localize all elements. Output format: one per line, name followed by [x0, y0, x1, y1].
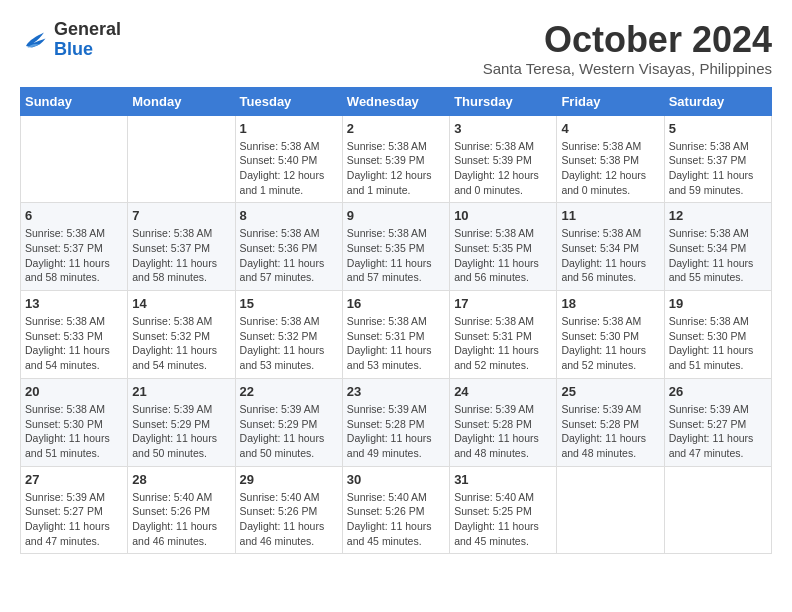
calendar-week-row: 20Sunrise: 5:38 AM Sunset: 5:30 PM Dayli… — [21, 378, 772, 466]
calendar-day-cell: 29Sunrise: 5:40 AM Sunset: 5:26 PM Dayli… — [235, 466, 342, 554]
day-number: 15 — [240, 296, 338, 311]
day-info: Sunrise: 5:38 AM Sunset: 5:30 PM Dayligh… — [561, 314, 659, 373]
day-number: 12 — [669, 208, 767, 223]
day-number: 6 — [25, 208, 123, 223]
day-info: Sunrise: 5:38 AM Sunset: 5:38 PM Dayligh… — [561, 139, 659, 198]
calendar-day-cell: 7Sunrise: 5:38 AM Sunset: 5:37 PM Daylig… — [128, 203, 235, 291]
calendar-day-cell: 3Sunrise: 5:38 AM Sunset: 5:39 PM Daylig… — [450, 115, 557, 203]
day-info: Sunrise: 5:39 AM Sunset: 5:28 PM Dayligh… — [561, 402, 659, 461]
day-info: Sunrise: 5:39 AM Sunset: 5:28 PM Dayligh… — [347, 402, 445, 461]
day-number: 10 — [454, 208, 552, 223]
calendar-day-cell: 26Sunrise: 5:39 AM Sunset: 5:27 PM Dayli… — [664, 378, 771, 466]
day-number: 23 — [347, 384, 445, 399]
day-info: Sunrise: 5:40 AM Sunset: 5:25 PM Dayligh… — [454, 490, 552, 549]
logo-bird-icon — [20, 25, 50, 55]
calendar-day-cell: 24Sunrise: 5:39 AM Sunset: 5:28 PM Dayli… — [450, 378, 557, 466]
calendar-header-row: SundayMondayTuesdayWednesdayThursdayFrid… — [21, 87, 772, 115]
day-info: Sunrise: 5:38 AM Sunset: 5:33 PM Dayligh… — [25, 314, 123, 373]
day-info: Sunrise: 5:38 AM Sunset: 5:31 PM Dayligh… — [454, 314, 552, 373]
calendar-day-cell: 19Sunrise: 5:38 AM Sunset: 5:30 PM Dayli… — [664, 291, 771, 379]
location-subtitle: Santa Teresa, Western Visayas, Philippin… — [483, 60, 772, 77]
day-info: Sunrise: 5:39 AM Sunset: 5:29 PM Dayligh… — [240, 402, 338, 461]
day-info: Sunrise: 5:38 AM Sunset: 5:39 PM Dayligh… — [347, 139, 445, 198]
day-info: Sunrise: 5:40 AM Sunset: 5:26 PM Dayligh… — [347, 490, 445, 549]
calendar-day-cell: 20Sunrise: 5:38 AM Sunset: 5:30 PM Dayli… — [21, 378, 128, 466]
day-number: 2 — [347, 121, 445, 136]
calendar-day-cell: 28Sunrise: 5:40 AM Sunset: 5:26 PM Dayli… — [128, 466, 235, 554]
day-info: Sunrise: 5:38 AM Sunset: 5:39 PM Dayligh… — [454, 139, 552, 198]
day-info: Sunrise: 5:39 AM Sunset: 5:29 PM Dayligh… — [132, 402, 230, 461]
calendar-day-cell: 25Sunrise: 5:39 AM Sunset: 5:28 PM Dayli… — [557, 378, 664, 466]
day-number: 3 — [454, 121, 552, 136]
calendar-day-cell: 12Sunrise: 5:38 AM Sunset: 5:34 PM Dayli… — [664, 203, 771, 291]
calendar-col-header: Tuesday — [235, 87, 342, 115]
day-info: Sunrise: 5:38 AM Sunset: 5:34 PM Dayligh… — [561, 226, 659, 285]
day-number: 1 — [240, 121, 338, 136]
calendar-day-cell — [21, 115, 128, 203]
day-number: 16 — [347, 296, 445, 311]
day-info: Sunrise: 5:38 AM Sunset: 5:37 PM Dayligh… — [132, 226, 230, 285]
day-info: Sunrise: 5:38 AM Sunset: 5:30 PM Dayligh… — [25, 402, 123, 461]
calendar-day-cell: 22Sunrise: 5:39 AM Sunset: 5:29 PM Dayli… — [235, 378, 342, 466]
calendar-day-cell — [128, 115, 235, 203]
day-info: Sunrise: 5:38 AM Sunset: 5:34 PM Dayligh… — [669, 226, 767, 285]
calendar-day-cell: 27Sunrise: 5:39 AM Sunset: 5:27 PM Dayli… — [21, 466, 128, 554]
day-number: 13 — [25, 296, 123, 311]
day-number: 14 — [132, 296, 230, 311]
day-info: Sunrise: 5:39 AM Sunset: 5:27 PM Dayligh… — [25, 490, 123, 549]
title-block: October 2024 Santa Teresa, Western Visay… — [483, 20, 772, 77]
day-number: 18 — [561, 296, 659, 311]
day-info: Sunrise: 5:38 AM Sunset: 5:36 PM Dayligh… — [240, 226, 338, 285]
day-number: 7 — [132, 208, 230, 223]
calendar-day-cell: 1Sunrise: 5:38 AM Sunset: 5:40 PM Daylig… — [235, 115, 342, 203]
calendar-day-cell: 2Sunrise: 5:38 AM Sunset: 5:39 PM Daylig… — [342, 115, 449, 203]
calendar-day-cell: 16Sunrise: 5:38 AM Sunset: 5:31 PM Dayli… — [342, 291, 449, 379]
day-info: Sunrise: 5:39 AM Sunset: 5:27 PM Dayligh… — [669, 402, 767, 461]
day-info: Sunrise: 5:38 AM Sunset: 5:31 PM Dayligh… — [347, 314, 445, 373]
day-number: 17 — [454, 296, 552, 311]
calendar-day-cell: 30Sunrise: 5:40 AM Sunset: 5:26 PM Dayli… — [342, 466, 449, 554]
calendar-day-cell: 23Sunrise: 5:39 AM Sunset: 5:28 PM Dayli… — [342, 378, 449, 466]
calendar-day-cell: 9Sunrise: 5:38 AM Sunset: 5:35 PM Daylig… — [342, 203, 449, 291]
day-info: Sunrise: 5:38 AM Sunset: 5:40 PM Dayligh… — [240, 139, 338, 198]
calendar-col-header: Monday — [128, 87, 235, 115]
logo-blue-text: Blue — [54, 39, 93, 59]
calendar-day-cell: 4Sunrise: 5:38 AM Sunset: 5:38 PM Daylig… — [557, 115, 664, 203]
day-info: Sunrise: 5:40 AM Sunset: 5:26 PM Dayligh… — [240, 490, 338, 549]
calendar-col-header: Wednesday — [342, 87, 449, 115]
calendar-week-row: 6Sunrise: 5:38 AM Sunset: 5:37 PM Daylig… — [21, 203, 772, 291]
calendar-day-cell: 14Sunrise: 5:38 AM Sunset: 5:32 PM Dayli… — [128, 291, 235, 379]
calendar-day-cell — [664, 466, 771, 554]
day-number: 29 — [240, 472, 338, 487]
calendar-day-cell — [557, 466, 664, 554]
calendar-col-header: Friday — [557, 87, 664, 115]
day-number: 28 — [132, 472, 230, 487]
day-number: 11 — [561, 208, 659, 223]
day-number: 8 — [240, 208, 338, 223]
calendar-day-cell: 8Sunrise: 5:38 AM Sunset: 5:36 PM Daylig… — [235, 203, 342, 291]
day-info: Sunrise: 5:38 AM Sunset: 5:35 PM Dayligh… — [454, 226, 552, 285]
calendar-week-row: 13Sunrise: 5:38 AM Sunset: 5:33 PM Dayli… — [21, 291, 772, 379]
calendar-col-header: Thursday — [450, 87, 557, 115]
day-number: 5 — [669, 121, 767, 136]
day-number: 9 — [347, 208, 445, 223]
calendar-day-cell: 17Sunrise: 5:38 AM Sunset: 5:31 PM Dayli… — [450, 291, 557, 379]
calendar-day-cell: 11Sunrise: 5:38 AM Sunset: 5:34 PM Dayli… — [557, 203, 664, 291]
day-number: 24 — [454, 384, 552, 399]
calendar-day-cell: 18Sunrise: 5:38 AM Sunset: 5:30 PM Dayli… — [557, 291, 664, 379]
day-number: 30 — [347, 472, 445, 487]
day-number: 4 — [561, 121, 659, 136]
day-info: Sunrise: 5:39 AM Sunset: 5:28 PM Dayligh… — [454, 402, 552, 461]
day-info: Sunrise: 5:38 AM Sunset: 5:35 PM Dayligh… — [347, 226, 445, 285]
calendar-day-cell: 31Sunrise: 5:40 AM Sunset: 5:25 PM Dayli… — [450, 466, 557, 554]
day-number: 20 — [25, 384, 123, 399]
calendar-day-cell: 5Sunrise: 5:38 AM Sunset: 5:37 PM Daylig… — [664, 115, 771, 203]
logo: General Blue — [20, 20, 121, 60]
calendar-day-cell: 6Sunrise: 5:38 AM Sunset: 5:37 PM Daylig… — [21, 203, 128, 291]
calendar-day-cell: 15Sunrise: 5:38 AM Sunset: 5:32 PM Dayli… — [235, 291, 342, 379]
calendar-table: SundayMondayTuesdayWednesdayThursdayFrid… — [20, 87, 772, 555]
day-info: Sunrise: 5:38 AM Sunset: 5:37 PM Dayligh… — [669, 139, 767, 198]
day-number: 22 — [240, 384, 338, 399]
calendar-day-cell: 13Sunrise: 5:38 AM Sunset: 5:33 PM Dayli… — [21, 291, 128, 379]
calendar-week-row: 27Sunrise: 5:39 AM Sunset: 5:27 PM Dayli… — [21, 466, 772, 554]
